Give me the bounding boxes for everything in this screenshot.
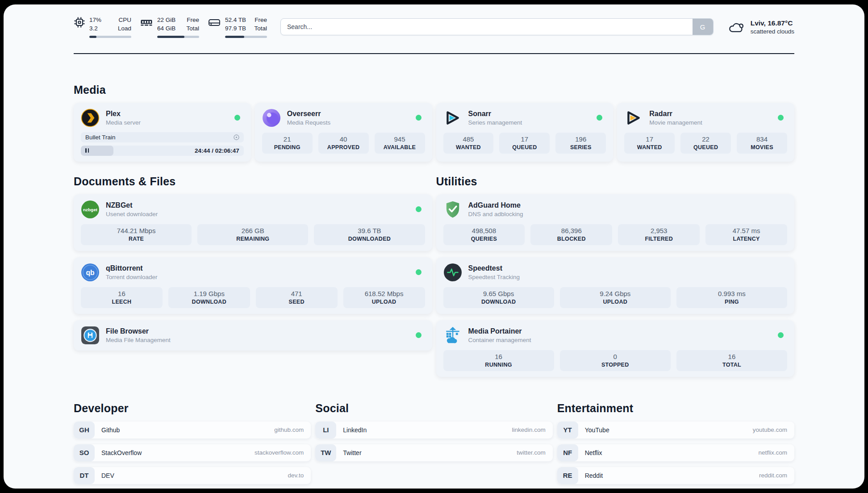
app-desc: DNS and adblocking [468, 211, 523, 217]
memory-total-value: 64 GiB [157, 25, 175, 33]
section-utilities: Utilities [436, 175, 795, 377]
search-engine-button[interactable]: G [693, 19, 713, 35]
status-dot-online [778, 332, 784, 338]
bookmark-name: DEV [101, 472, 114, 479]
disk-progress-bar [225, 36, 267, 38]
bookmark-youtube[interactable]: YT YouTube youtube.com [557, 422, 794, 439]
bookmark-host: netflix.com [758, 449, 787, 456]
stat-running: 16 RUNNING [443, 350, 554, 371]
stat-wanted: 17 WANTED [624, 133, 675, 154]
speedtest-card[interactable]: Speedtest Speedtest Tracking 9.65 Gbps D… [436, 257, 795, 314]
status-dot-online [778, 115, 784, 121]
bookmark-name: StackOverflow [101, 449, 142, 456]
section-documents: Documents & Files nzbget [74, 175, 432, 377]
nzbget-card[interactable]: nzbget NZBGet Usenet downloader 74 [74, 194, 432, 251]
app-name: File Browser [106, 327, 171, 335]
stat-ping: 0.993 ms PING [676, 287, 787, 308]
bookmark-name: Netflix [585, 449, 602, 456]
plex-card[interactable]: Plex Media server Bullet Train [74, 103, 251, 162]
app-desc: Usenet downloader [106, 211, 158, 217]
qbittorrent-card[interactable]: qb qBittorrent Torrent downloader [74, 257, 432, 314]
dashboard-page: 17% 3.2 CPU Load [4, 4, 864, 489]
stat-upload: 9.24 Gbps UPLOAD [560, 287, 671, 308]
bookmark-linkedin[interactable]: LI LinkedIn linkedin.com [315, 422, 552, 439]
media-section-title: Media [74, 84, 794, 96]
memory-progress-bar [157, 36, 199, 38]
svg-text:qb: qb [86, 269, 94, 276]
app-desc: Movie management [649, 119, 702, 126]
stat-rate: 744.21 Mbps RATE [81, 224, 192, 245]
pause-icon[interactable] [85, 148, 89, 153]
stat-downloaded: 39.6 TB DOWNLOADED [314, 224, 425, 245]
stat-remaining: 266 GB REMAINING [197, 224, 308, 245]
stat-leech: 16 LEECH [81, 287, 163, 308]
stat-stopped: 0 STOPPED [560, 350, 671, 371]
disk-free-value: 52.4 TB [225, 16, 246, 25]
app-name: Overseerr [287, 110, 331, 118]
stat-approved: 40 APPROVED [318, 133, 369, 154]
session-target-icon[interactable] [233, 134, 240, 141]
app-desc: Container management [468, 337, 531, 343]
filebrowser-card[interactable]: File Browser Media File Management [74, 320, 432, 351]
status-dot-online [234, 115, 240, 121]
portainer-icon [443, 326, 462, 345]
stat-series: 196 SERIES [555, 133, 606, 154]
cpu-label: CPU [118, 16, 131, 25]
cloud-icon [728, 19, 745, 34]
bookmark-abbr: SO [74, 444, 95, 461]
search-input[interactable] [280, 18, 714, 35]
adguard-card[interactable]: AdGuard Home DNS and adblocking 498,508 … [436, 194, 795, 251]
bookmark-dev[interactable]: DT DEV dev.to [74, 467, 311, 484]
cpu-load-value: 3.2 [89, 25, 101, 33]
stat-download: 9.65 Gbps DOWNLOAD [443, 287, 554, 308]
bookmark-host: linkedin.com [512, 426, 546, 433]
bookmark-host: twitter.com [517, 449, 546, 456]
bookmark-host: github.com [274, 426, 304, 433]
status-dot-online [416, 332, 421, 338]
radarr-icon [624, 109, 643, 127]
sonarr-icon [443, 109, 462, 127]
stat-queued: 17 QUEUED [499, 133, 550, 154]
bookmark-abbr: TW [315, 444, 336, 461]
bookmark-netflix[interactable]: NF Netflix netflix.com [557, 444, 794, 461]
utilities-section-title: Utilities [436, 175, 795, 188]
now-playing-row: Bullet Train [81, 132, 244, 142]
bookmark-name: YouTube [585, 426, 609, 434]
stat-latency: 47.57 ms LATENCY [705, 224, 787, 245]
bookmark-name: LinkedIn [343, 426, 367, 434]
bookmark-name: Github [101, 426, 120, 434]
entertainment-section-title: Entertainment [557, 402, 794, 415]
portainer-card[interactable]: Media Portainer Container management 16 … [436, 320, 795, 377]
stat-seed: 471 SEED [256, 287, 338, 308]
bookmark-abbr: NF [557, 444, 578, 461]
cpu-icon [74, 17, 85, 28]
sonarr-card[interactable]: Sonarr Series management 485 WANTED 17 Q… [436, 103, 613, 162]
bookmark-host: reddit.com [759, 472, 787, 479]
stat-pending: 21 PENDING [262, 133, 313, 154]
filebrowser-icon [81, 326, 100, 345]
playback-time: 24:44 / 02:06:47 [195, 147, 244, 154]
disk-total-value: 97.9 TB [225, 25, 246, 33]
now-playing-title: Bullet Train [85, 134, 233, 141]
app-name: Radarr [649, 110, 702, 118]
bookmark-github[interactable]: GH Github github.com [74, 422, 311, 439]
playback-progress-bar: 24:44 / 02:06:47 [81, 146, 244, 156]
section-social: Social LI LinkedIn linkedin.com TW Twitt… [315, 402, 552, 484]
memory-icon [140, 17, 153, 28]
disk-metric: 52.4 TB 97.9 TB Free Total [208, 16, 267, 38]
stat-total: 16 TOTAL [676, 350, 787, 371]
stat-upload: 618.52 Mbps UPLOAD [343, 287, 425, 308]
app-name: Speedtest [468, 264, 520, 272]
memory-total-label: Total [186, 25, 199, 33]
weather-condition: scattered clouds [751, 28, 794, 35]
cpu-usage-value: 17% [89, 16, 101, 25]
bookmark-stackoverflow[interactable]: SO StackOverflow stackoverflow.com [74, 444, 311, 461]
stat-filtered: 2,953 FILTERED [618, 224, 700, 245]
app-desc: Media server [106, 119, 141, 126]
bookmark-reddit[interactable]: RE Reddit reddit.com [557, 467, 794, 484]
bookmark-abbr: GH [74, 422, 95, 439]
bookmark-host: youtube.com [753, 426, 787, 433]
bookmark-twitter[interactable]: TW Twitter twitter.com [315, 444, 552, 461]
radarr-card[interactable]: Radarr Movie management 17 WANTED 22 QUE… [617, 103, 794, 162]
overseerr-card[interactable]: Overseerr Media Requests 21 PENDING 40 A… [255, 103, 432, 162]
